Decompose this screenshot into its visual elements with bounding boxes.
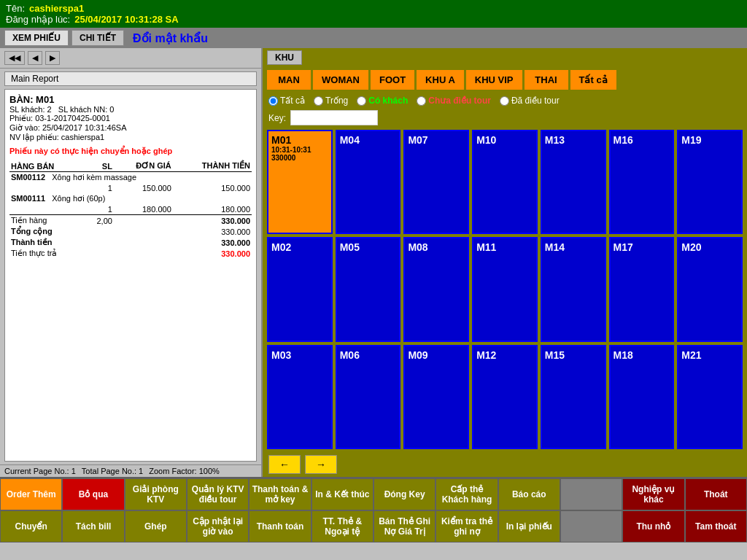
- tienhang-val: 330.000: [173, 215, 252, 227]
- sl-khach-nn: SL khách NN: 0: [58, 105, 115, 114]
- report-content: BÀN: M01 SL khách: 2 SL khách NN: 0 Phiế…: [4, 89, 257, 462]
- room-name-m08: M08: [408, 241, 427, 253]
- filter-chuadieu[interactable]: Chưa điều tour: [417, 96, 491, 106]
- pagination-bar: ← →: [263, 452, 747, 477]
- dangnhap-label: Đăng nhập lúc:: [6, 14, 70, 25]
- room-m17[interactable]: M17: [609, 237, 675, 341]
- header: Tên: cashierspa1 Đăng nhập lúc: 25/04/20…: [0, 0, 747, 28]
- thanh-toan-button[interactable]: Thanh toán: [249, 510, 311, 542]
- room-m21[interactable]: M21: [677, 345, 743, 449]
- room-m06[interactable]: M06: [336, 345, 401, 449]
- ten-label: Tên:: [6, 3, 25, 14]
- doi-mat-khau-label[interactable]: Đổi mật khẩu: [133, 31, 208, 45]
- tongcong-label: Tổng cộng: [9, 226, 85, 237]
- room-m20[interactable]: M20: [677, 237, 743, 341]
- category-btn-khu-vip[interactable]: KHU VIP: [466, 70, 522, 90]
- cap-the-khach-hang-button[interactable]: Cấp thẻ Khách hàng: [436, 478, 498, 510]
- filter-cokhach[interactable]: Có khách: [357, 96, 408, 106]
- tab-chi-tiet[interactable]: CHI TIẾT: [71, 30, 124, 46]
- room-m03[interactable]: M03: [267, 345, 333, 449]
- room-m14[interactable]: M14: [541, 237, 606, 341]
- room-m01[interactable]: M0110:31-10:31330000: [267, 130, 333, 234]
- filter-dadieu[interactable]: Đã điều tour: [500, 96, 560, 106]
- room-name-m04: M04: [340, 134, 360, 146]
- category-btn-woman[interactable]: WOMAN: [313, 70, 368, 90]
- category-btn-man[interactable]: MAN: [267, 70, 311, 90]
- item-code: SM00111 Xông hơi (60p): [9, 193, 252, 204]
- room-m18[interactable]: M18: [609, 345, 675, 449]
- category-btn-tất-cả[interactable]: Tất cả: [570, 70, 616, 90]
- key-input[interactable]: [290, 110, 378, 125]
- room-m02[interactable]: M02: [267, 237, 333, 341]
- room-m09[interactable]: M09: [403, 345, 469, 449]
- room-grid-container: M0110:31-10:31330000M04M07M10M13M16M19M0…: [263, 127, 747, 452]
- cap-nhat-lai-gio-vao-button[interactable]: Cập nhật lại giờ vào: [187, 510, 249, 542]
- thoat-button[interactable]: Thoát: [685, 478, 747, 510]
- ban-the-ghi-no-gia-tri-button[interactable]: Bán Thẻ Ghi Nợ Giá Trị: [374, 510, 436, 542]
- thanhtien-label: Thành tiền: [9, 237, 85, 248]
- giai-phong-ktv-button[interactable]: Giải phòng KTV: [125, 478, 187, 510]
- room-name-m21: M21: [681, 349, 701, 361]
- in-ket-thuc-button[interactable]: In & Kết thúc: [311, 478, 374, 510]
- col-dongia: ĐƠN GIÁ: [114, 160, 173, 172]
- category-bar: MANWOMANFOOTKHU AKHU VIPTHAITất cả: [263, 67, 747, 93]
- ten-value: cashierspa1: [29, 3, 84, 14]
- nav-next-button[interactable]: ▶: [45, 51, 60, 65]
- category-btn-foot[interactable]: FOOT: [371, 70, 414, 90]
- item-code: SM00112 Xông hơi kèm massage: [9, 172, 252, 184]
- room-m05[interactable]: M05: [336, 237, 401, 341]
- room-name-m14: M14: [545, 241, 565, 253]
- next-page-button[interactable]: →: [305, 455, 337, 474]
- room-time-m01: 10:31-10:31: [271, 146, 311, 154]
- room-m13[interactable]: M13: [541, 130, 606, 234]
- ghep-button[interactable]: Ghép: [125, 510, 187, 542]
- category-btn-khu-a[interactable]: KHU A: [417, 70, 464, 90]
- room-name-m17: M17: [614, 241, 633, 253]
- bao-cao-button[interactable]: Báo cáo: [498, 478, 560, 510]
- bottom-bar: Order ThêmBỏ quaGiải phòng KTVQuản lý KT…: [0, 477, 747, 542]
- category-btn-thai[interactable]: THAI: [525, 70, 568, 90]
- thanh-toan-mo-key-button[interactable]: Thanh toán & mở key: [249, 478, 311, 510]
- room-m19[interactable]: M19: [677, 130, 743, 234]
- room-m08[interactable]: M08: [403, 237, 469, 341]
- nghiep-vu-khac-button[interactable]: Nghiệp vụ khác: [622, 478, 684, 510]
- room-m10[interactable]: M10: [472, 130, 538, 234]
- bottom-row1: Order ThêmBỏ quaGiải phòng KTVQuản lý KT…: [0, 478, 747, 510]
- left-panel: ◀◀ ◀ ▶ Main Report BÀN: M01 SL khách: 2 …: [0, 48, 263, 477]
- room-m15[interactable]: M15: [541, 345, 606, 449]
- room-m04[interactable]: M04: [336, 130, 401, 234]
- key-label: Key:: [268, 113, 286, 123]
- filter-trong[interactable]: Trống: [314, 96, 348, 106]
- room-m11[interactable]: M11: [472, 237, 538, 341]
- key-bar: Key:: [263, 109, 747, 127]
- nv-lap-line: NV lập phiếu: cashierspa1: [9, 133, 252, 142]
- room-amount-m01: 330000: [271, 154, 295, 162]
- room-name-m07: M07: [408, 134, 427, 146]
- filter-tatca[interactable]: Tất cả: [268, 96, 305, 106]
- bottom-row2: ChuyểnTách billGhépCập nhật lại giờ vàoT…: [0, 510, 747, 542]
- tt-the-ngoai-te-button[interactable]: TT. Thẻ & Ngoại tệ: [311, 510, 374, 542]
- room-m12[interactable]: M12: [472, 345, 538, 449]
- khu-header: KHU: [263, 48, 747, 67]
- tam-thoat-button[interactable]: Tam thoát: [685, 510, 747, 542]
- room-m16[interactable]: M16: [609, 130, 675, 234]
- tach-bill-button[interactable]: Tách bill: [62, 510, 124, 542]
- order-them-button[interactable]: Order Thêm: [0, 478, 62, 510]
- nav-first-button[interactable]: ◀◀: [4, 51, 25, 65]
- tienhang-sl: 2,00: [85, 215, 114, 227]
- nav-prev-button[interactable]: ◀: [28, 51, 42, 65]
- report-nav: ◀◀ ◀ ▶: [0, 48, 261, 69]
- room-m07[interactable]: M07: [403, 130, 469, 234]
- khu-label: KHU: [267, 50, 302, 65]
- report-tab[interactable]: Main Report: [4, 71, 257, 86]
- in-lai-phieu-button[interactable]: In lại phiếu: [498, 510, 560, 542]
- bo-qua-button[interactable]: Bỏ qua: [62, 478, 124, 510]
- dong-key-button[interactable]: Đóng Key: [374, 478, 436, 510]
- status-zoom: Zoom Factor: 100%: [149, 467, 220, 475]
- kiem-tra-the-ghi-no-button[interactable]: Kiểm tra thẻ ghi nợ: [436, 510, 498, 542]
- quan-ly-ktv-dieu-tour-button[interactable]: Quản lý KTV điều tour: [187, 478, 249, 510]
- thu-nho-button[interactable]: Thu nhỏ: [622, 510, 684, 542]
- prev-page-button[interactable]: ←: [268, 455, 301, 474]
- tab-xem-phieu[interactable]: XEM PHIẾU: [4, 30, 69, 46]
- chuyen-button[interactable]: Chuyển: [0, 510, 62, 542]
